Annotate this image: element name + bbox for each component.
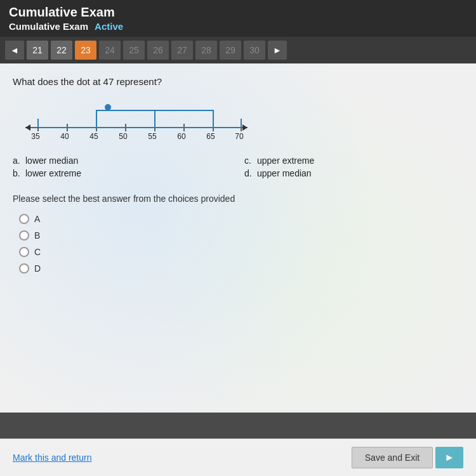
radio-a[interactable]: A [19, 214, 463, 224]
svg-marker-1 [25, 124, 30, 131]
nav-num-22[interactable]: 22 [51, 41, 72, 60]
radio-circle-b [19, 230, 29, 241]
radio-circle-d [19, 263, 29, 274]
choice-a-letter: a. [13, 155, 22, 166]
radio-c[interactable]: C [19, 247, 463, 257]
prev-button[interactable]: ◄ [5, 41, 24, 60]
choice-d-text: upper median [257, 168, 312, 178]
footer: Mark this and return Save and Exit ► [0, 439, 476, 476]
nav-num-25[interactable]: 25 [123, 41, 145, 60]
svg-text:55: 55 [148, 132, 157, 141]
choice-a: a. lower median [13, 155, 232, 166]
status-badge: Active [95, 21, 123, 32]
svg-text:70: 70 [235, 132, 244, 141]
svg-text:60: 60 [177, 132, 186, 141]
nav-bar: ◄ 21 22 23 24 25 26 27 28 29 30 ► [0, 37, 476, 63]
choice-b: b. lower extreme [13, 168, 232, 178]
next-button[interactable]: ► [268, 41, 287, 60]
answer-choices: a. lower median c. upper extreme b. lowe… [13, 155, 463, 178]
radio-label-d: D [34, 263, 41, 274]
radio-label-c: C [34, 247, 41, 257]
choice-c: c. upper extreme [244, 155, 463, 166]
number-line-container: 35 40 45 50 55 60 65 70 [19, 95, 248, 145]
nav-num-29[interactable]: 29 [220, 41, 241, 60]
svg-text:50: 50 [119, 132, 128, 141]
choice-d-letter: d. [244, 168, 253, 178]
exam-label: Cumulative Exam [9, 21, 88, 32]
radio-circle-a [19, 214, 29, 224]
radio-circle-c [19, 247, 29, 257]
question-text: What does the dot at 47 represent? [13, 76, 463, 87]
page-title: Cumulative Exam [9, 5, 467, 20]
main-content: What does the dot at 47 represent? 35 40… [0, 63, 476, 413]
nav-num-26[interactable]: 26 [147, 41, 169, 60]
nav-num-21[interactable]: 21 [27, 41, 48, 60]
footer-right: Save and Exit ► [352, 447, 463, 468]
choice-d: d. upper median [244, 168, 463, 178]
save-exit-button[interactable]: Save and Exit [352, 447, 433, 468]
radio-group: A B C D [19, 214, 463, 274]
radio-b[interactable]: B [19, 230, 463, 241]
svg-text:45: 45 [89, 132, 98, 141]
choice-c-text: upper extreme [257, 155, 314, 166]
nav-num-30[interactable]: 30 [244, 41, 265, 60]
nav-num-23[interactable]: 23 [75, 41, 96, 60]
radio-label-a: A [34, 214, 40, 224]
svg-text:65: 65 [206, 132, 215, 141]
choice-b-letter: b. [13, 168, 22, 178]
nav-num-24[interactable]: 24 [99, 41, 121, 60]
choice-a-text: lower median [25, 155, 78, 166]
boxplot-svg: 35 40 45 50 55 60 65 70 [19, 95, 254, 145]
header: Cumulative Exam Cumulative Exam Active [0, 0, 476, 37]
radio-d[interactable]: D [19, 263, 463, 274]
instruction-text: Please select the best answer from the c… [13, 194, 463, 204]
subheader: Cumulative Exam Active [9, 21, 467, 32]
mark-return-button[interactable]: Mark this and return [13, 453, 92, 463]
choice-c-letter: c. [244, 155, 253, 166]
svg-marker-2 [242, 124, 248, 131]
svg-text:35: 35 [31, 132, 40, 141]
svg-text:40: 40 [60, 132, 69, 141]
choice-b-text: lower extreme [25, 168, 81, 178]
next-nav-button[interactable]: ► [435, 447, 463, 468]
svg-point-25 [105, 104, 111, 110]
nav-num-27[interactable]: 27 [171, 41, 193, 60]
radio-label-b: B [34, 230, 40, 241]
nav-num-28[interactable]: 28 [195, 41, 217, 60]
